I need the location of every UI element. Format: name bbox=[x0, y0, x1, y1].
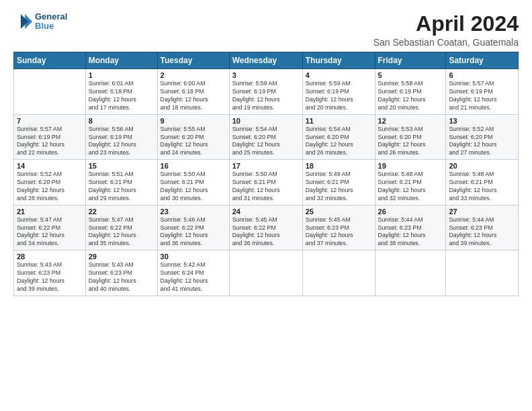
day-number: 2 bbox=[161, 71, 226, 79]
day-number: 15 bbox=[89, 162, 154, 170]
header: General Blue April 2024 San Sebastian Co… bbox=[13, 12, 519, 48]
day-number: 9 bbox=[161, 117, 226, 125]
calendar-cell: 27Sunrise: 5:44 AM Sunset: 6:23 PM Dayli… bbox=[446, 205, 519, 250]
calendar-cell: 17Sunrise: 5:50 AM Sunset: 6:21 PM Dayli… bbox=[229, 160, 302, 205]
page: General Blue April 2024 San Sebastian Co… bbox=[0, 0, 532, 411]
day-info: Sunrise: 5:52 AM Sunset: 6:20 PM Dayligh… bbox=[17, 171, 83, 203]
day-number: 7 bbox=[17, 117, 83, 125]
calendar-week-row: 7Sunrise: 5:57 AM Sunset: 6:19 PM Daylig… bbox=[14, 114, 519, 160]
calendar-week-row: 14Sunrise: 5:52 AM Sunset: 6:20 PM Dayli… bbox=[14, 160, 519, 205]
day-number: 1 bbox=[89, 71, 154, 79]
calendar-cell: 29Sunrise: 5:43 AM Sunset: 6:23 PM Dayli… bbox=[85, 250, 157, 296]
day-number: 14 bbox=[17, 162, 83, 170]
day-info: Sunrise: 5:45 AM Sunset: 6:23 PM Dayligh… bbox=[306, 216, 372, 248]
weekday-header: Thursday bbox=[302, 52, 375, 69]
day-info: Sunrise: 5:47 AM Sunset: 6:22 PM Dayligh… bbox=[17, 216, 83, 248]
weekday-header: Wednesday bbox=[229, 52, 302, 69]
calendar-cell: 20Sunrise: 5:48 AM Sunset: 6:21 PM Dayli… bbox=[446, 160, 519, 205]
calendar-cell bbox=[229, 250, 302, 296]
day-info: Sunrise: 5:43 AM Sunset: 6:23 PM Dayligh… bbox=[17, 261, 83, 293]
calendar-cell bbox=[302, 250, 375, 296]
calendar-cell bbox=[446, 250, 519, 296]
day-number: 29 bbox=[89, 253, 154, 261]
calendar-cell: 6Sunrise: 5:57 AM Sunset: 6:19 PM Daylig… bbox=[446, 69, 519, 115]
calendar-week-row: 21Sunrise: 5:47 AM Sunset: 6:22 PM Dayli… bbox=[14, 205, 519, 250]
calendar-cell: 5Sunrise: 5:58 AM Sunset: 6:19 PM Daylig… bbox=[375, 69, 446, 115]
calendar-cell: 22Sunrise: 5:47 AM Sunset: 6:22 PM Dayli… bbox=[85, 205, 157, 250]
weekday-header: Sunday bbox=[14, 52, 86, 69]
day-info: Sunrise: 6:01 AM Sunset: 6:18 PM Dayligh… bbox=[89, 80, 154, 112]
day-number: 6 bbox=[449, 71, 515, 79]
day-number: 16 bbox=[161, 162, 226, 170]
day-info: Sunrise: 5:43 AM Sunset: 6:23 PM Dayligh… bbox=[89, 261, 154, 293]
day-number: 24 bbox=[232, 208, 300, 216]
day-number: 3 bbox=[232, 71, 300, 79]
day-info: Sunrise: 5:53 AM Sunset: 6:20 PM Dayligh… bbox=[378, 126, 443, 158]
day-number: 8 bbox=[89, 117, 154, 125]
calendar-cell: 12Sunrise: 5:53 AM Sunset: 6:20 PM Dayli… bbox=[375, 114, 446, 160]
day-info: Sunrise: 6:00 AM Sunset: 6:18 PM Dayligh… bbox=[161, 80, 226, 112]
calendar-cell: 2Sunrise: 6:00 AM Sunset: 6:18 PM Daylig… bbox=[157, 69, 229, 115]
calendar-cell: 10Sunrise: 5:54 AM Sunset: 6:20 PM Dayli… bbox=[229, 114, 302, 160]
day-info: Sunrise: 5:49 AM Sunset: 6:21 PM Dayligh… bbox=[306, 171, 372, 203]
logo-line2: Blue bbox=[35, 21, 67, 31]
calendar-cell: 8Sunrise: 5:56 AM Sunset: 6:19 PM Daylig… bbox=[85, 114, 157, 160]
day-info: Sunrise: 5:54 AM Sunset: 6:20 PM Dayligh… bbox=[232, 126, 300, 158]
day-info: Sunrise: 5:55 AM Sunset: 6:20 PM Dayligh… bbox=[161, 126, 226, 158]
day-info: Sunrise: 5:59 AM Sunset: 6:19 PM Dayligh… bbox=[232, 80, 300, 112]
day-info: Sunrise: 5:50 AM Sunset: 6:21 PM Dayligh… bbox=[161, 171, 226, 203]
calendar-cell: 21Sunrise: 5:47 AM Sunset: 6:22 PM Dayli… bbox=[14, 205, 86, 250]
weekday-header: Tuesday bbox=[157, 52, 229, 69]
day-info: Sunrise: 5:42 AM Sunset: 6:24 PM Dayligh… bbox=[161, 261, 226, 293]
calendar-header-row: SundayMondayTuesdayWednesdayThursdayFrid… bbox=[14, 52, 519, 69]
day-info: Sunrise: 5:52 AM Sunset: 6:20 PM Dayligh… bbox=[449, 126, 515, 158]
day-number: 18 bbox=[306, 162, 372, 170]
day-number: 25 bbox=[306, 208, 372, 216]
main-title: April 2024 bbox=[373, 12, 519, 36]
day-number: 28 bbox=[17, 253, 83, 261]
day-info: Sunrise: 5:54 AM Sunset: 6:20 PM Dayligh… bbox=[306, 126, 372, 158]
calendar-cell: 26Sunrise: 5:44 AM Sunset: 6:23 PM Dayli… bbox=[375, 205, 446, 250]
title-block: April 2024 San Sebastian Coatan, Guatema… bbox=[373, 12, 519, 48]
day-number: 10 bbox=[232, 117, 300, 125]
day-number: 4 bbox=[306, 71, 372, 79]
day-number: 17 bbox=[232, 162, 300, 170]
calendar-cell: 18Sunrise: 5:49 AM Sunset: 6:21 PM Dayli… bbox=[302, 160, 375, 205]
day-info: Sunrise: 5:44 AM Sunset: 6:23 PM Dayligh… bbox=[378, 216, 443, 248]
calendar-cell bbox=[14, 69, 86, 115]
day-info: Sunrise: 5:48 AM Sunset: 6:21 PM Dayligh… bbox=[449, 171, 515, 203]
calendar-cell: 13Sunrise: 5:52 AM Sunset: 6:20 PM Dayli… bbox=[446, 114, 519, 160]
calendar-week-row: 1Sunrise: 6:01 AM Sunset: 6:18 PM Daylig… bbox=[14, 69, 519, 115]
calendar-cell: 15Sunrise: 5:51 AM Sunset: 6:21 PM Dayli… bbox=[85, 160, 157, 205]
day-number: 19 bbox=[378, 162, 443, 170]
calendar-cell: 19Sunrise: 5:48 AM Sunset: 6:21 PM Dayli… bbox=[375, 160, 446, 205]
day-number: 30 bbox=[161, 253, 226, 261]
day-number: 21 bbox=[17, 208, 83, 216]
day-number: 22 bbox=[89, 208, 154, 216]
day-info: Sunrise: 5:51 AM Sunset: 6:21 PM Dayligh… bbox=[89, 171, 154, 203]
logo-text: General Blue bbox=[35, 12, 67, 32]
day-info: Sunrise: 5:57 AM Sunset: 6:19 PM Dayligh… bbox=[449, 80, 515, 112]
day-number: 5 bbox=[378, 71, 443, 79]
weekday-header: Monday bbox=[85, 52, 157, 69]
day-number: 23 bbox=[161, 208, 226, 216]
logo-line1: General bbox=[35, 12, 67, 21]
calendar-cell: 3Sunrise: 5:59 AM Sunset: 6:19 PM Daylig… bbox=[229, 69, 302, 115]
day-info: Sunrise: 5:48 AM Sunset: 6:21 PM Dayligh… bbox=[378, 171, 443, 203]
calendar-cell: 16Sunrise: 5:50 AM Sunset: 6:21 PM Dayli… bbox=[157, 160, 229, 205]
day-number: 13 bbox=[449, 117, 515, 125]
calendar-cell: 1Sunrise: 6:01 AM Sunset: 6:18 PM Daylig… bbox=[85, 69, 157, 115]
day-number: 12 bbox=[378, 117, 443, 125]
day-info: Sunrise: 5:45 AM Sunset: 6:22 PM Dayligh… bbox=[232, 216, 300, 248]
day-info: Sunrise: 5:59 AM Sunset: 6:19 PM Dayligh… bbox=[306, 80, 372, 112]
day-number: 11 bbox=[306, 117, 372, 125]
subtitle: San Sebastian Coatan, Guatemala bbox=[373, 37, 519, 48]
calendar-cell: 11Sunrise: 5:54 AM Sunset: 6:20 PM Dayli… bbox=[302, 114, 375, 160]
calendar-cell: 9Sunrise: 5:55 AM Sunset: 6:20 PM Daylig… bbox=[157, 114, 229, 160]
logo: General Blue bbox=[13, 12, 67, 32]
day-info: Sunrise: 5:57 AM Sunset: 6:19 PM Dayligh… bbox=[17, 126, 83, 158]
weekday-header: Saturday bbox=[446, 52, 519, 69]
day-info: Sunrise: 5:56 AM Sunset: 6:19 PM Dayligh… bbox=[89, 126, 154, 158]
calendar-cell: 28Sunrise: 5:43 AM Sunset: 6:23 PM Dayli… bbox=[14, 250, 86, 296]
day-info: Sunrise: 5:58 AM Sunset: 6:19 PM Dayligh… bbox=[378, 80, 443, 112]
